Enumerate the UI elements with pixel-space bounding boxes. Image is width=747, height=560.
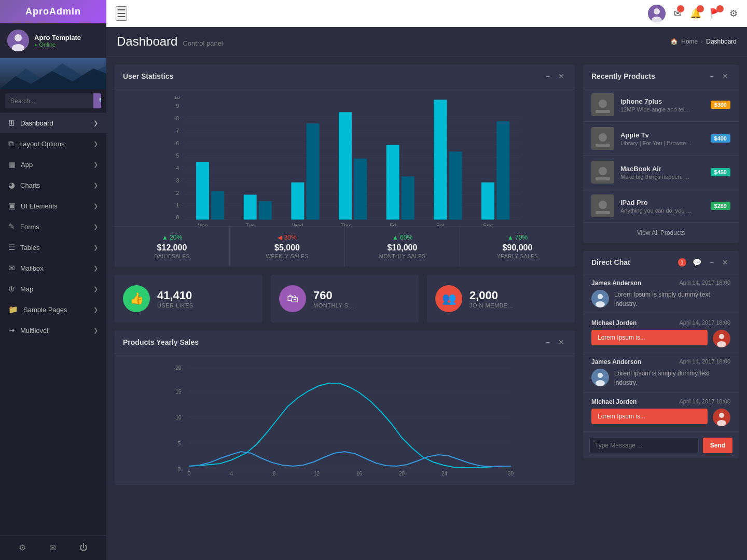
sidebar-item-tables[interactable]: ☰ Tables ❯ (0, 237, 106, 258)
svg-text:9: 9 (176, 103, 179, 109)
hamburger-button[interactable]: ☰ (116, 6, 127, 21)
mail-badge (677, 5, 684, 12)
sidebar-user-profile: Apro Template Online (0, 23, 106, 58)
sidebar-item-multilevel[interactable]: ↪ Multilevel ❯ (0, 320, 106, 341)
close-button[interactable]: ✕ (556, 71, 566, 81)
sidebar-item-ui[interactable]: ▣ UI Elements ❯ (0, 195, 106, 216)
settings-icon[interactable]: ⚙ (19, 543, 26, 553)
left-content: User Statistics − ✕ 0 1 2 3 (115, 65, 575, 552)
monthly-sales-card: 🛍 760 MONTHLY S... (271, 275, 419, 323)
svg-point-71 (599, 133, 607, 142)
sidebar-item-app[interactable]: ▦ App ❯ (0, 154, 106, 175)
topbar: ☰ ✉ 🔔 🚩 ⚙ (106, 0, 747, 27)
svg-rect-69 (596, 110, 610, 113)
nav-icon-app: ▦ (8, 160, 16, 169)
svg-text:24: 24 (441, 471, 448, 477)
product-name-3: iPad Pro (620, 199, 704, 206)
sidebar-item-sample[interactable]: 📁 Sample Pages ❯ (0, 299, 106, 320)
search-input[interactable] (5, 94, 93, 108)
products-minimize-btn[interactable]: − (708, 71, 716, 81)
svg-point-77 (599, 201, 607, 209)
view-all-products-btn[interactable]: View All Products (583, 222, 739, 243)
svg-text:10: 10 (176, 415, 182, 421)
topbar-avatar[interactable] (648, 5, 666, 22)
mail-footer-icon[interactable]: ✉ (49, 543, 56, 553)
sidebar-item-dashboard[interactable]: ⊞ Dashboard ❯ (0, 113, 106, 133)
svg-point-86 (598, 373, 603, 378)
yearly-sales-title: Products Yearly Sales (123, 338, 199, 346)
likes-icon: 👍 (123, 285, 150, 312)
svg-point-83 (719, 334, 724, 339)
nav-label-mailbox: Mailbox (20, 264, 44, 272)
chevron-dashboard: ❯ (93, 120, 98, 127)
nav-label-forms: Forms (20, 223, 39, 231)
minimize-button[interactable]: − (544, 71, 552, 81)
sidebar-item-layout[interactable]: ⧉ Layout Options ❯ (0, 133, 106, 154)
user-statistics-title: User Statistics (123, 72, 173, 80)
products-close-btn[interactable]: ✕ (720, 71, 730, 81)
user-likes-card: 👍 41,410 USER LIKES (115, 275, 262, 323)
svg-text:8: 8 (176, 116, 179, 121)
chat-input[interactable] (589, 438, 699, 453)
svg-rect-33 (307, 123, 320, 219)
recently-products-actions: − ✕ (708, 71, 730, 81)
product-thumb-3 (591, 194, 614, 217)
svg-point-90 (717, 420, 726, 426)
product-desc-1: Library | For You | Browse | Radio (620, 140, 693, 146)
search-button[interactable]: 🔍 (93, 93, 101, 108)
chat-minimize-btn[interactable]: − (708, 257, 716, 268)
product-name-0: iphone 7plus (620, 97, 704, 105)
svg-text:30: 30 (508, 471, 514, 477)
nav-icon-tables: ☰ (8, 243, 15, 252)
sidebar-item-charts[interactable]: ◕ Charts ❯ (0, 175, 106, 195)
yearly-change: ▲ 70% (468, 234, 566, 241)
likes-value: 41,410 (157, 289, 193, 302)
power-icon[interactable]: ⏻ (79, 543, 88, 553)
product-desc-3: Anything you can do, you can do better. (620, 207, 693, 214)
notification-icon[interactable]: 🔔 (690, 8, 701, 19)
yearly-minimize-btn[interactable]: − (544, 337, 552, 347)
user-statistics-header: User Statistics − ✕ (115, 65, 575, 88)
svg-text:Mon: Mon (197, 223, 208, 226)
breadcrumb-home[interactable]: Home (681, 38, 698, 45)
nav-icon-layout: ⧉ (8, 139, 14, 148)
chat-sender-1: Michael Jorden (591, 319, 637, 327)
yearly-close-btn[interactable]: ✕ (556, 337, 566, 347)
user-statistics-card: User Statistics − ✕ 0 1 2 3 (115, 65, 575, 267)
chat-avatar-3 (713, 409, 730, 426)
daily-change: ▲ 20% (123, 234, 221, 241)
sidebar-item-forms[interactable]: ✎ Forms ❯ (0, 216, 106, 237)
svg-rect-28 (196, 162, 209, 219)
svg-text:6: 6 (176, 141, 179, 146)
avatar (7, 30, 29, 51)
weekly-label: WEEKLY SALES (238, 254, 336, 259)
chat-input-area: Send (583, 432, 739, 458)
product-info-0: iphone 7plus 12MP Wide-angle and telepho… (620, 97, 704, 113)
chat-close-btn[interactable]: ✕ (720, 257, 730, 268)
chat-send-button[interactable]: Send (703, 438, 732, 453)
yearly-sales-body: 0 5 10 15 20 0 (115, 354, 575, 485)
svg-rect-37 (402, 176, 414, 219)
svg-point-87 (596, 380, 605, 386)
sidebar-item-map[interactable]: ⊕ Map ❯ (0, 278, 106, 299)
chat-comment-btn[interactable]: 💬 (690, 257, 703, 268)
nav-icon-multilevel: ↪ (8, 326, 15, 335)
sidebar-item-mailbox[interactable]: ✉ Mailbox ❯ (0, 258, 106, 278)
chat-avatar-2 (591, 369, 609, 386)
mail-icon[interactable]: ✉ (674, 8, 682, 19)
chat-message-3: April 14, 2017 18:00 Michael Jorden Lore… (583, 393, 739, 432)
gear-icon[interactable]: ⚙ (729, 8, 738, 19)
sales-icon: 🛍 (279, 285, 306, 312)
topbar-right: ✉ 🔔 🚩 ⚙ (648, 5, 738, 22)
flag-icon[interactable]: 🚩 (710, 8, 721, 19)
home-icon: 🏠 (670, 38, 678, 45)
product-price-3: $289 (711, 202, 730, 210)
svg-text:0: 0 (188, 471, 191, 477)
sidebar-cover-image (0, 58, 106, 89)
card-actions: − ✕ (544, 71, 566, 81)
yearly-label: YEARLY SALES (468, 254, 566, 259)
chat-sender-0: James Anderson (591, 279, 641, 287)
chat-message-0: James Anderson April 14, 2017 18:00 Lore… (583, 274, 739, 314)
chevron-forms: ❯ (93, 223, 98, 230)
product-desc-2: Make big things happen. All day long. (620, 174, 693, 180)
